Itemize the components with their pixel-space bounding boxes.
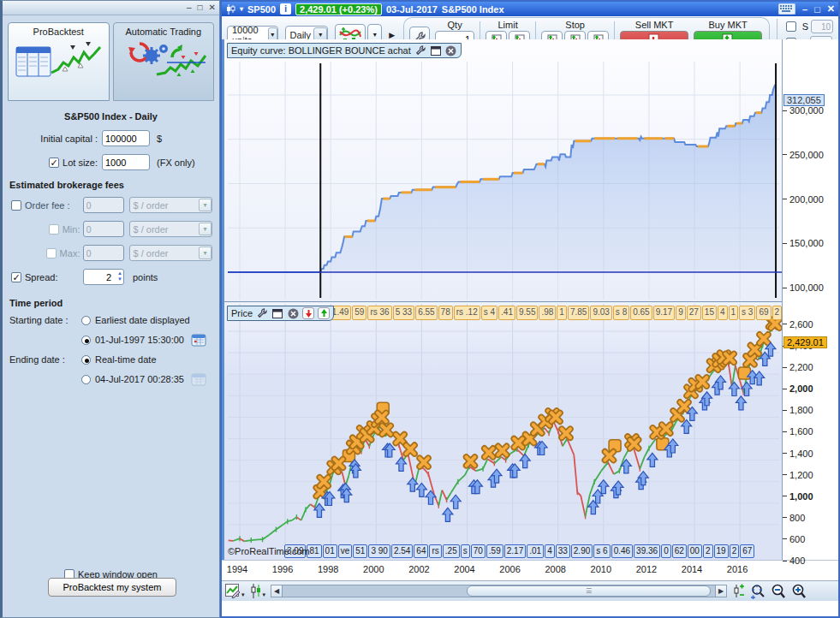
minimize-icon[interactable]: – [187,3,192,12]
year-tick-label: 2012 [636,564,657,574]
panel-title: S&P500 Index - Daily [3,111,219,122]
spread-unit: points [133,272,158,282]
price-badge: 2,429.01 (+0.23%) [295,3,382,15]
equity-y-axis[interactable]: 312,055 300,000250,000200,000150,000100,… [782,39,838,301]
order-fee-checkbox[interactable]: ✓ [11,200,21,211]
trade-gain-tag: 59 [352,306,366,320]
scroll-left-button[interactable]: ◀ [271,585,283,597]
close-icon[interactable] [287,307,299,319]
scrollbar-track[interactable]: ☰ [283,585,715,597]
fees-header: Estimated brokerage fees [3,178,219,197]
buy-mkt-label: Buy MKT [709,20,748,31]
spread-label: Spread: [25,272,58,282]
trade-exit-tag: 64 [414,544,428,558]
lot-size-checkbox[interactable]: ✓ [49,157,59,168]
symbol-dropdown-caret[interactable]: ▾ [240,5,243,13]
window-icon[interactable] [430,45,442,56]
close-icon[interactable]: ✕ [827,3,835,15]
minimize-icon[interactable]: – [802,4,807,15]
trade-exit-tag: 51 [353,544,367,558]
ending-realtime-radio[interactable] [81,355,91,365]
lot-size-input[interactable] [102,154,150,170]
info-icon[interactable]: i [280,3,291,15]
expand-arrow-icon[interactable]: ▶ [389,31,395,39]
trade-exit-tag: 62 [672,544,687,558]
symbol-name[interactable]: SP500 [247,4,276,15]
starting-earliest-label: Earliest date displayed [95,315,190,325]
trade-gain-tag: 27 [687,306,701,320]
initial-capital-input[interactable] [102,130,150,146]
wrench-icon[interactable] [256,307,268,319]
tab-probacktest-label: ProBacktest [9,27,109,37]
zoom-in-button[interactable] [791,584,807,599]
window-icon[interactable] [271,307,283,319]
spread-stepper[interactable]: ▲▼ [117,270,122,282]
buy-arrow-icon[interactable] [318,307,330,319]
chart-window: ▾ SP500 i 2,429.01 (+0.23%) 03-Jul-2017 … [220,0,840,618]
starting-earliest-radio[interactable] [81,316,91,325]
price-pane[interactable]: Price 11.4959rs 365 336.5578rs .12s 4.41… [222,301,838,560]
zoom-pan-button[interactable] [750,584,766,599]
initial-capital-unit: $ [157,134,162,144]
trade-gain-tag: 7.85 [568,306,589,320]
price-chart[interactable] [228,302,784,560]
equity-curve-pane[interactable]: Equity curve: BOLLINGER BOUNCE achat [222,39,838,301]
max-label: Max: [60,248,80,258]
order-fee-label: Order fee : [25,200,70,211]
x-axis-years[interactable]: 1994199619982000200220042006200820102012… [222,560,838,580]
trade-exit-tag: 00 [688,544,702,558]
tab-automatic-trading[interactable]: Automatic Trading [113,22,215,101]
trade-gain-tag: .98 [539,306,556,320]
stop-loss-checkbox[interactable]: ✓ [786,21,796,32]
close-icon[interactable]: ✕ [209,3,216,12]
trade-exit-tag: s 6 [593,544,610,558]
tab-probacktest[interactable]: ProBacktest [8,22,110,101]
starting-date-value: 01-Jul-1997 15:30:00 [95,335,184,345]
price-header-title: Price [231,308,253,318]
ending-date-radio[interactable] [81,375,91,384]
equity-tick-label: 200,000 [783,194,824,205]
trade-exit-tag: 67 [740,544,754,558]
spread-checkbox[interactable]: ✓ [11,272,21,282]
scroll-right-button[interactable]: ▶ [715,585,727,597]
sell-mkt-label: Sell MKT [635,20,674,31]
chart-type-button[interactable]: ▾ [250,584,266,598]
price-y-axis[interactable]: 2,429.01 2,6002,4002,2002,0001,8001,6001… [782,301,838,560]
year-tick-label: 1994 [227,564,247,574]
min-label: Min: [63,224,80,235]
max-checkbox[interactable]: ✓ [46,248,57,258]
trade-gain-tag: s 3 [739,306,755,320]
limit-label: Limit [498,20,518,31]
trade-gain-tag: 15 [702,306,717,320]
maximize-icon[interactable]: □ [198,3,203,12]
trade-exit-tag: 39.36 [634,544,660,558]
probacktest-submit-button[interactable]: ProBacktest my system [48,578,176,597]
display-mode-button[interactable]: ▾ [225,584,245,598]
equity-tick-label: 250,000 [783,150,824,160]
equity-curve-chart[interactable] [228,39,784,301]
keyboard-icon[interactable] [778,3,795,15]
min-checkbox[interactable]: ✓ [49,224,59,235]
maximize-icon[interactable]: □ [814,4,820,15]
sell-arrow-icon[interactable] [302,307,314,319]
chevron-down-icon: ▾ [199,199,211,211]
auto-scale-button[interactable] [732,584,745,598]
trade-gain-tag: 9.03 [590,306,611,320]
wrench-icon[interactable] [414,45,426,56]
close-icon[interactable] [445,45,457,56]
mode-tabs: ProBacktest Automatic Trading [3,15,219,101]
calendar-icon[interactable] [191,333,206,347]
equity-tick-label: 150,000 [783,238,824,248]
zoom-out-button[interactable] [771,584,786,599]
trade-exit-tag: .25 [443,544,460,558]
chart-horizontal-scrollbar[interactable]: ◀ ☰ ▶ [271,585,727,597]
scrollbar-thumb[interactable]: ☰ [467,585,711,597]
starting-date-radio[interactable] [81,336,91,345]
trade-exit-tag: 0.46 [611,544,633,558]
price-tick-label: 2,600 [783,319,813,330]
prorealtime-app: – □ ✕ ProBacktest [0,0,840,618]
trade-gain-tag: 6.55 [415,306,437,320]
price-tick-label: 800 [783,513,805,523]
price-tick-label: 1,200 [783,470,813,480]
watermark: ©ProRealTime.com [228,546,310,556]
